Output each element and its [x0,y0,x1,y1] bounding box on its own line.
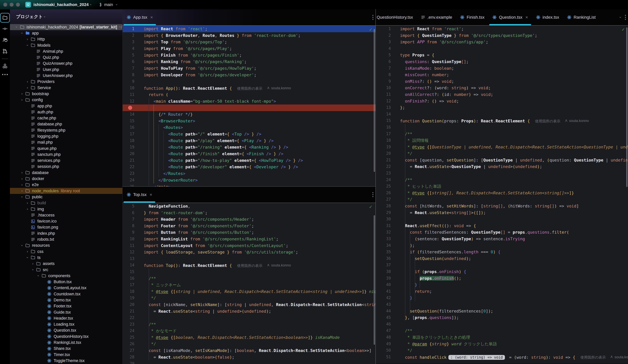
line-number[interactable]: 11 [376,91,391,98]
window-controls[interactable] [3,3,20,7]
line-number[interactable]: 23 [376,170,391,177]
code-line-44[interactable]: 44 setQuestion(filteredSentences[0]); [376,308,628,314]
tree-row[interactable]: Button.tsx [10,279,122,285]
code-line-32[interactable]: 32 const filteredSentences: QuestionType… [376,229,628,236]
line-number[interactable]: 25 [123,334,134,341]
code-line-18[interactable]: 18 * @type {[string | undefined, React.D… [123,288,376,295]
close-tab-icon[interactable]: × [150,192,152,197]
line-number[interactable]: 16 [123,275,134,282]
code-line-48[interactable]: 48 * 単語をクリックしたときの処理 [376,334,628,341]
code-line-8[interactable]: 8 missCount: number; [376,71,628,78]
code-line-4[interactable]: 4import Play from '@/src/pages/Play'; [123,45,376,52]
line-number[interactable]: 3 [123,39,134,45]
tree-row[interactable]: QuestionHistory.tsx [10,333,122,339]
tab-finish-tsx[interactable]: Finish.tsx [456,9,488,25]
chevron-collapsed-icon[interactable]: › [24,37,30,41]
tree-row[interactable]: ›css [10,248,122,254]
line-number[interactable]: 19 [123,295,134,301]
line-number[interactable]: 13 [376,104,391,111]
line-number[interactable]: 11 [123,91,134,98]
code-line-25[interactable]: 25 </main> [123,183,376,186]
code-line-18[interactable]: 18 * 設問情報 [376,137,628,144]
code-line-7[interactable]: 7import Header from '@/src/components/He… [123,216,376,223]
line-number[interactable]: 19 [376,144,391,150]
line-number[interactable]: 38 [376,268,391,275]
tree-row[interactable]: ›node_moduleslibrary root [10,188,122,194]
code-line-41[interactable]: 41 return; [376,288,628,295]
tab-index-tsx[interactable]: index.tsx [532,9,563,25]
line-number[interactable]: 44 [376,308,391,314]
code-line-1[interactable]: 1import React from 'react'; [376,26,628,32]
editor-top-tsx[interactable]: 5 NavigateFunction,6} from 'react-router… [123,203,376,364]
line-number[interactable]: 40 [376,282,391,288]
code-line-14[interactable]: 14 {/* Router */} [123,111,376,118]
tree-row[interactable]: robots.txt [10,236,122,242]
tab-options-kebab-icon[interactable] [373,15,373,20]
code-line-35[interactable]: 35 if (filteredSentences.length === 0) { [376,249,628,255]
scrollbar-thumb[interactable] [374,215,375,345]
code-line-3[interactable]: 3import APP from '@/src/configs/app'; [376,39,628,45]
editor-app-tsx[interactable]: 1import React from 'react';2import { Bro… [123,26,376,186]
line-number[interactable]: 19 [123,144,134,151]
line-number[interactable]: 21 [123,157,134,164]
tree-row[interactable]: ›Models [10,42,122,48]
chevron-expanded-icon[interactable]: › [20,97,24,103]
line-number[interactable]: 7 [123,65,134,72]
code-line-13[interactable]: 13 [123,255,376,262]
chevron-expanded-icon[interactable]: › [20,243,24,248]
tree-row[interactable]: ›database [10,170,122,176]
code-line-2[interactable]: 2import { QuestionType } from '@/src/typ… [376,32,628,39]
line-number[interactable]: 5 [376,52,391,59]
line-number[interactable]: 5 [123,52,134,59]
activity-commit-icon[interactable] [2,26,8,32]
line-number[interactable]: 18 [376,137,391,144]
chevron-expanded-icon[interactable]: › [31,267,35,273]
tree-row[interactable]: ContentLayout.tsx [10,285,122,291]
line-number[interactable]: 24 [376,177,391,183]
code-line-51[interactable]: 51 const handleClick: (word: string) => … [376,354,628,360]
line-number[interactable]: 49 [376,341,391,347]
tree-row[interactable]: auth.php [10,109,122,115]
chevron-collapsed-icon[interactable]: › [24,249,30,253]
tree-row[interactable]: Demo.tsx [10,297,122,303]
code-line-11[interactable]: 11 return ( [123,91,376,98]
line-number[interactable]: 10 [123,236,134,242]
code-line-11[interactable]: 11import ContentLayout from '@/src/compo… [123,242,376,249]
code-line-45[interactable]: 45 }, [props.questions]); [376,314,628,321]
tree-row[interactable]: Footer.tsx [10,303,122,309]
tree-row[interactable]: Share.tsx [10,346,122,352]
code-line-27[interactable]: 27 const [isKanaMode, setIsKanaMode]: [b… [123,347,376,354]
line-number[interactable]: 3 [376,39,391,45]
code-line-24[interactable]: 24 * かなモード [123,328,376,334]
tree-row[interactable]: ›bootstrap [10,91,122,97]
line-number[interactable]: 15 [123,269,134,275]
tree-row[interactable]: RankingList.tsx [10,339,122,346]
project-name[interactable]: ishinomaki_hackathon_2024 [33,2,89,7]
tree-row[interactable]: Header.tsx [10,315,122,321]
code-line-27[interactable]: 27 */ [376,196,628,203]
code-line-20[interactable]: 20 <Route path="/finish" element={ <Fini… [123,151,376,157]
chevron-collapsed-icon[interactable]: › [19,189,25,193]
line-number[interactable]: 17 [123,131,134,137]
chevron-expanded-icon[interactable]: › [36,273,40,279]
usages-inlay-hint[interactable]: 使用箇所の表示 [237,264,262,268]
line-number[interactable]: 16 [123,124,134,131]
code-author-inlay[interactable]: souta.konno [610,354,628,360]
tree-row[interactable]: .htaccess [10,212,122,218]
line-number[interactable]: 28 [376,203,391,209]
line-number[interactable]: 26 [123,341,134,347]
tree-row[interactable]: Animal.php [10,48,122,54]
code-line-21[interactable]: 21 const [question, setQuestion]: [Quest… [376,157,628,164]
tree-row[interactable]: ›img [10,206,122,212]
tree-row[interactable]: mail.php [10,139,122,145]
tree-row[interactable]: ›ts [10,254,122,261]
line-number[interactable]: 6 [123,59,134,65]
chevron-collapsed-icon[interactable]: › [19,92,25,96]
code-line-26[interactable]: 26 * @type {[string[], React.Dispatch<Re… [376,190,628,196]
code-line-5[interactable]: 5type Props = { [376,52,628,59]
line-number[interactable]: 18 [123,137,134,144]
line-number[interactable]: 9 [123,78,134,85]
code-line-8[interactable]: 8import Developer from '@/src/pages/deve… [123,72,376,78]
code-line-9[interactable]: 9 onMiss?: () => void; [376,78,628,85]
line-number[interactable]: 23 [123,170,134,177]
